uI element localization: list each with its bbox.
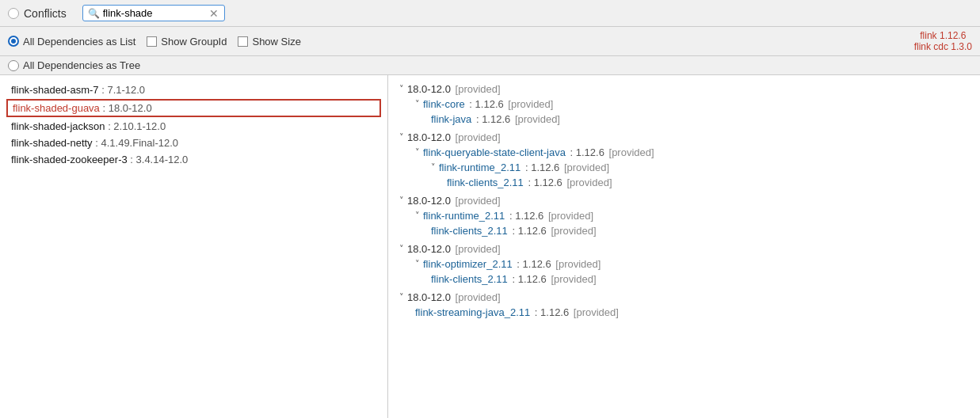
tree-name-row14: 18.0-12.0 bbox=[407, 291, 451, 303]
tree-scope-row15: [provided] bbox=[570, 306, 619, 318]
tree-scope-row14: [provided] bbox=[452, 291, 501, 303]
tree-row-15: flink-streaming-java_2.11 : 1.12.6 [prov… bbox=[415, 305, 969, 320]
tree-scope-row11: [provided] bbox=[452, 243, 501, 255]
show-size-label: Show Size bbox=[252, 36, 300, 48]
tree-version-row7: : 1.12.6 bbox=[525, 177, 562, 188]
dep-item-jackson[interactable]: flink-shaded-jackson : 2.10.1-12.0 bbox=[0, 118, 387, 135]
tree-row-14: ˅ 18.0-12.0 [provided] bbox=[399, 290, 969, 305]
tree-row-12: ˅ flink-optimizer_2.11 : 1.12.6 [provide… bbox=[415, 256, 969, 272]
tree-scope-row1: [provided] bbox=[452, 83, 501, 95]
chevron-row12[interactable]: ˅ bbox=[415, 259, 420, 269]
tree-row-2: ˅ flink-core : 1.12.6 [provided] bbox=[415, 97, 969, 112]
tree-row-11: ˅ 18.0-12.0 [provided] bbox=[399, 241, 969, 256]
left-panel: flink-shaded-asm-7 : 7.1-12.0 flink-shad… bbox=[0, 75, 388, 418]
dep-name-guava: flink-shaded-guava bbox=[13, 102, 100, 114]
show-groupid-checkbox[interactable] bbox=[147, 36, 157, 47]
version-line2: flink cdc 1.3.0 bbox=[914, 41, 972, 52]
dep-item-guava[interactable]: flink-shaded-guava : 18.0-12.0 bbox=[6, 99, 381, 117]
chevron-row1[interactable]: ˅ bbox=[399, 84, 404, 94]
tree-name-row7: flink-clients_2.11 bbox=[447, 177, 524, 188]
tree-name-row9: flink-runtime_2.11 bbox=[423, 210, 505, 222]
all-deps-tree-bar: All Dependencies as Tree bbox=[0, 56, 980, 75]
dep-version-asm: : 7.1-12.0 bbox=[101, 84, 145, 96]
tree-name-row3: flink-java bbox=[431, 113, 471, 125]
show-groupid-label: Show GroupId bbox=[161, 36, 227, 48]
tree-name-row13: flink-clients_2.11 bbox=[431, 273, 508, 285]
clear-search-button[interactable]: ✕ bbox=[209, 8, 219, 19]
dep-version-zookeeper: : 3.4.14-12.0 bbox=[130, 154, 188, 165]
conflicts-radio[interactable] bbox=[8, 8, 19, 19]
tree-version-row12: : 1.12.6 bbox=[514, 258, 551, 270]
tree-name-row10: flink-clients_2.11 bbox=[431, 225, 508, 237]
dep-name-jackson: flink-shaded-jackson bbox=[11, 120, 105, 132]
version-line1: flink 1.12.6 bbox=[914, 30, 972, 41]
tree-row-1: ˅ 18.0-12.0 [provided] bbox=[399, 82, 969, 97]
tree-version-row15: : 1.12.6 bbox=[532, 306, 569, 318]
tree-version-row9: : 1.12.6 bbox=[506, 210, 543, 222]
tree-scope-row5: [provided] bbox=[606, 146, 654, 158]
chevron-row11[interactable]: ˅ bbox=[399, 244, 404, 254]
tree-row-10: flink-clients_2.11 : 1.12.6 [provided] bbox=[431, 223, 969, 238]
tree-version-row3: : 1.12.6 bbox=[473, 113, 510, 125]
tree-name-row11: 18.0-12.0 bbox=[407, 243, 451, 255]
tree-scope-row3: [provided] bbox=[512, 113, 560, 125]
dep-version-netty: : 4.1.49.Final-12.0 bbox=[95, 137, 178, 149]
tree-scope-row13: [provided] bbox=[548, 273, 597, 285]
tree-name-row6: flink-runtime_2.11 bbox=[439, 162, 521, 173]
tree-name-row15: flink-streaming-java_2.11 bbox=[415, 306, 530, 318]
chevron-row5[interactable]: ˅ bbox=[415, 147, 420, 158]
tree-version-row5: : 1.12.6 bbox=[567, 146, 604, 158]
chevron-row8[interactable]: ˅ bbox=[399, 196, 404, 206]
search-icon: 🔍 bbox=[88, 8, 100, 19]
dep-name-netty: flink-shaded-netty bbox=[11, 137, 93, 149]
chevron-row2[interactable]: ˅ bbox=[415, 99, 420, 109]
all-deps-as-list-radio-icon bbox=[8, 36, 19, 47]
show-size-checkbox[interactable] bbox=[238, 36, 248, 47]
dep-item-zookeeper[interactable]: flink-shaded-zookeeper-3 : 3.4.14-12.0 bbox=[0, 151, 387, 168]
tree-row-6: ˅ flink-runtime_2.11 : 1.12.6 [provided] bbox=[431, 160, 969, 175]
tree-scope-row10: [provided] bbox=[548, 225, 597, 237]
right-panel: ˅ 18.0-12.0 [provided] ˅ flink-core : 1.… bbox=[388, 75, 980, 418]
tree-version-row10: : 1.12.6 bbox=[509, 225, 547, 237]
show-groupid-option[interactable]: Show GroupId bbox=[147, 36, 227, 48]
all-deps-as-tree-radio[interactable]: All Dependencies as Tree bbox=[8, 59, 972, 71]
chevron-row4[interactable]: ˅ bbox=[399, 132, 404, 142]
chevron-row6[interactable]: ˅ bbox=[431, 162, 436, 173]
search-input[interactable] bbox=[103, 7, 206, 19]
tree-row-5: ˅ flink-queryable-state-client-java : 1.… bbox=[415, 145, 969, 160]
tree-row-3: flink-java : 1.12.6 [provided] bbox=[431, 112, 969, 127]
main-content: flink-shaded-asm-7 : 7.1-12.0 flink-shad… bbox=[0, 75, 980, 418]
tree-name-row12: flink-optimizer_2.11 bbox=[423, 258, 513, 270]
conflicts-title-label: Conflicts bbox=[24, 7, 67, 20]
tree-name-row2: flink-core bbox=[423, 98, 465, 110]
dep-version-jackson: : 2.10.1-12.0 bbox=[108, 120, 166, 132]
tree-scope-row9: [provided] bbox=[545, 210, 593, 222]
dep-version-guava: : 18.0-12.0 bbox=[102, 102, 151, 114]
tree-name-row4: 18.0-12.0 bbox=[407, 131, 451, 143]
dep-item-netty[interactable]: flink-shaded-netty : 4.1.49.Final-12.0 bbox=[0, 135, 387, 151]
dep-name-asm: flink-shaded-asm-7 bbox=[11, 84, 99, 96]
tree-row-8: ˅ 18.0-12.0 [provided] bbox=[399, 193, 969, 208]
tree-scope-row6: [provided] bbox=[561, 162, 609, 173]
conflicts-section: Conflicts bbox=[8, 7, 67, 20]
options-bar: All Dependencies as List Show GroupId Sh… bbox=[0, 27, 980, 56]
dep-item-asm[interactable]: flink-shaded-asm-7 : 7.1-12.0 bbox=[0, 82, 387, 98]
tree-name-row1: 18.0-12.0 bbox=[407, 83, 451, 95]
all-deps-as-list-radio[interactable]: All Dependencies as List bbox=[8, 36, 135, 48]
tree-version-row6: : 1.12.6 bbox=[522, 162, 559, 173]
tree-scope-row8: [provided] bbox=[452, 195, 501, 207]
tree-scope-row4: [provided] bbox=[452, 131, 501, 143]
tree-name-row8: 18.0-12.0 bbox=[407, 195, 451, 207]
dep-name-zookeeper: flink-shaded-zookeeper-3 bbox=[11, 154, 128, 165]
top-bar: Conflicts 🔍 ✕ bbox=[0, 0, 980, 27]
tree-version-row2: : 1.12.6 bbox=[467, 98, 504, 110]
tree-scope-row2: [provided] bbox=[505, 98, 554, 110]
version-info: flink 1.12.6 flink cdc 1.3.0 bbox=[914, 30, 972, 52]
chevron-row14[interactable]: ˅ bbox=[399, 292, 404, 302]
show-size-option[interactable]: Show Size bbox=[238, 36, 300, 48]
tree-scope-row7: [provided] bbox=[564, 177, 612, 188]
chevron-row9[interactable]: ˅ bbox=[415, 211, 420, 221]
tree-name-row5: flink-queryable-state-client-java bbox=[423, 146, 566, 158]
tree-row-9: ˅ flink-runtime_2.11 : 1.12.6 [provided] bbox=[415, 208, 969, 223]
tree-row-7: flink-clients_2.11 : 1.12.6 [provided] bbox=[447, 175, 969, 190]
